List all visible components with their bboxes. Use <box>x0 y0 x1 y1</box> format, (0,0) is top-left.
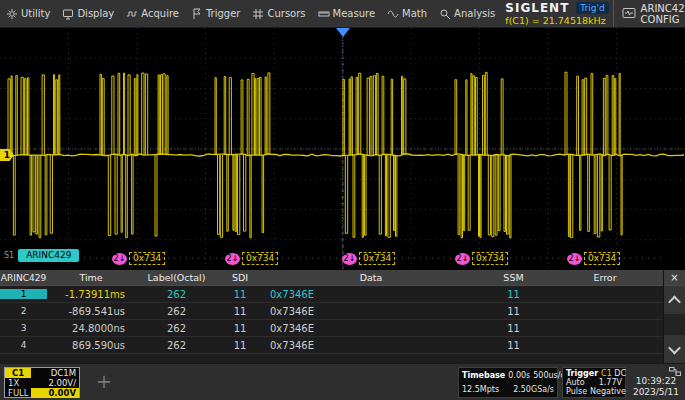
cell-index: 3 <box>0 323 47 333</box>
cell-index: 2 <box>0 306 47 316</box>
decode-label-bubble: 2↓ <box>342 253 357 265</box>
timebase-title: Timebase <box>462 371 505 380</box>
trigger-icon <box>191 8 203 20</box>
acquire-icon <box>126 8 138 20</box>
decode-data-box: 0x734 <box>242 252 278 265</box>
cell-label: 262 <box>135 306 218 317</box>
config-button-label: ARINC429 CONFIG <box>641 3 685 25</box>
cell-ssm: 11 <box>480 289 547 300</box>
arinc429-config-button[interactable]: ARINC429 CONFIG <box>613 0 685 27</box>
menu-item-measure[interactable]: Measure <box>312 0 382 27</box>
trigger-title: Trigger <box>566 369 598 378</box>
channel1-coupling: DC1M <box>31 368 79 378</box>
menu-item-trigger[interactable]: Trigger <box>185 0 247 27</box>
decode-label-bubble: 2↓ <box>225 253 240 265</box>
decode-bus-id: S1 <box>4 251 14 260</box>
col-header-error: Error <box>547 272 663 283</box>
measure-icon <box>318 8 330 20</box>
trigger-box[interactable]: Trigger C1 DC Auto 1.77V Pulse Negative <box>562 367 626 398</box>
timebase-memory: 12.5Mpts <box>462 385 499 394</box>
plus-icon: + <box>96 370 112 392</box>
waveform-plot <box>0 28 685 270</box>
status-cluster: SIGLENT Trig'd f(C1) = 21.74518kHz ARINC… <box>501 0 685 27</box>
cell-data: 0x7346E <box>262 323 480 334</box>
cell-data: 0x7346E <box>262 289 480 300</box>
decode-label-bubble: 2↓ <box>455 253 470 265</box>
close-table-button[interactable]: × <box>664 270 685 286</box>
cell-ssm: 11 <box>480 323 547 334</box>
display-icon <box>62 8 74 20</box>
decode-table: ARINC429 Time Label(Octal) SDI Data SSM … <box>0 270 663 363</box>
decode-data-box: 0x734 <box>359 252 395 265</box>
channel1-bandwidth: FULL <box>5 388 31 398</box>
analysis-icon <box>439 8 451 20</box>
menu-item-math[interactable]: Math <box>381 0 433 27</box>
menu-item-analysis[interactable]: Analysis <box>433 0 501 27</box>
cell-label: 262 <box>135 289 218 300</box>
col-header-label: Label(Octal) <box>135 272 218 283</box>
menu-item-label: Math <box>402 8 427 19</box>
math-icon <box>387 8 399 20</box>
menu-bar: Utility Display Acquire Trigger Cursors … <box>0 0 685 28</box>
decode-annotation: 2↓ 0x734 <box>455 252 508 265</box>
cell-sdi: 11 <box>218 289 262 300</box>
decode-bus-label: ARINC429 <box>18 249 79 262</box>
menu-item-acquire[interactable]: Acquire <box>120 0 185 27</box>
clock-date: 2023/5/11 <box>633 387 679 398</box>
waveform-area[interactable]: 1 S1 ARINC429 2↓ 0x734 2↓ 0x734 2↓ 0x734… <box>0 28 685 270</box>
menu-item-label: Display <box>77 8 114 19</box>
decode-label-bubble: 2↓ <box>112 253 127 265</box>
timebase-samplerate: 2.50GSa/s <box>513 385 554 394</box>
cell-time: 24.8000ns <box>47 323 135 334</box>
menu-item-label: Utility <box>21 8 50 19</box>
menu-item-utility[interactable]: Utility <box>0 0 56 27</box>
decode-data-box: 0x734 <box>472 252 508 265</box>
table-row[interactable]: 4 869.590us 262 11 0x7346E 11 <box>0 337 663 354</box>
table-row[interactable]: 3 24.8000ns 262 11 0x7346E 11 <box>0 320 663 337</box>
timebase-box[interactable]: Timebase 0.00s 500us/div 12.5Mpts 2.50GS… <box>458 367 558 398</box>
menu-item-label: Analysis <box>454 8 495 19</box>
menu-item-cursors[interactable]: Cursors <box>246 0 311 27</box>
menu-item-display[interactable]: Display <box>56 0 120 27</box>
chevron-up-icon <box>668 295 681 308</box>
cell-time: -869.541us <box>47 306 135 317</box>
utility-icon <box>6 8 18 20</box>
decode-data-box: 0x734 <box>584 252 620 265</box>
cursors-icon <box>252 8 264 20</box>
menu-item-label: Cursors <box>267 8 305 19</box>
status-block: SIGLENT Trig'd f(C1) = 21.74518kHz <box>501 0 612 27</box>
chevron-down-icon <box>668 341 681 354</box>
scroll-down-button[interactable] <box>664 335 685 363</box>
cell-data: 0x7346E <box>262 306 480 317</box>
menu-item-label: Trigger <box>206 8 241 19</box>
col-header-ssm: SSM <box>480 272 547 283</box>
trigger-type: Pulse <box>566 387 587 396</box>
brand-logo: SIGLENT <box>505 1 569 15</box>
decode-label-bubble: 2↓ <box>567 253 582 265</box>
clock-box[interactable]: 10:39:22 2023/5/11 <box>629 365 683 400</box>
col-header-protocol: ARINC429 <box>0 273 47 283</box>
decode-data-box: 0x734 <box>129 252 165 265</box>
trigger-level: 1.77V <box>599 378 622 387</box>
decode-bus-row[interactable]: S1 ARINC429 <box>4 249 79 262</box>
table-row[interactable]: 2 -869.541us 262 11 0x7346E 11 <box>0 303 663 320</box>
col-header-time: Time <box>47 272 135 283</box>
scroll-up-button[interactable] <box>664 286 685 314</box>
col-header-sdi: SDI <box>218 272 262 283</box>
cell-ssm: 11 <box>480 340 547 351</box>
channel1-box[interactable]: C1 DC1M 1X 2.00V/ FULL 0.00V <box>4 367 80 398</box>
table-row[interactable]: 1 -1.73911ms 262 11 0x7346E 11 <box>0 286 663 303</box>
trigger-source: C1 <box>601 369 612 378</box>
scope-screen-icon <box>622 7 636 21</box>
decode-annotation: 2↓ 0x734 <box>225 252 278 265</box>
cell-sdi: 11 <box>218 323 262 334</box>
add-channel-button[interactable]: + <box>90 370 118 392</box>
timebase-delay: 0.00s <box>508 371 530 380</box>
channel1-attenuation: 1X <box>5 378 31 388</box>
network-icon <box>669 367 681 376</box>
trigger-mode: Auto <box>566 378 585 387</box>
channel1-offset: 0.00V <box>31 388 79 398</box>
decode-table-header: ARINC429 Time Label(Octal) SDI Data SSM … <box>0 270 663 286</box>
scrollbar-track[interactable] <box>664 314 685 335</box>
decode-annotation: 2↓ 0x734 <box>342 252 395 265</box>
